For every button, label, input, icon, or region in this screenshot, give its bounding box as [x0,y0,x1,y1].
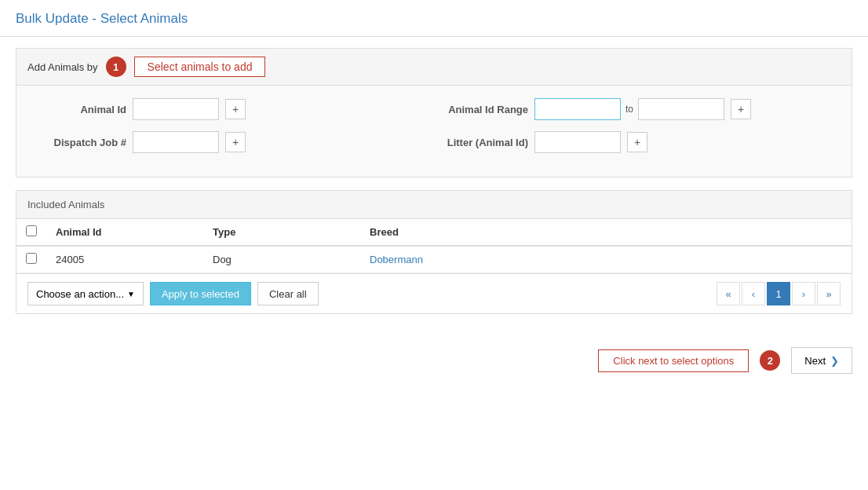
page-wrapper: Bulk Update - Select Animals Add Animals… [0,0,868,490]
animal-id-input[interactable] [133,98,219,120]
add-animals-panel: Add Animals by 1 Select animals to add A… [16,48,852,177]
litter-group: Litter (Animal Id) + [434,131,836,153]
litter-input[interactable] [534,131,621,153]
row-animal-id: 24005 [46,246,203,273]
dispatch-job-add-button[interactable]: + [225,132,246,152]
main-content: Add Animals by 1 Select animals to add A… [0,37,868,338]
animal-id-range-add-button[interactable]: + [731,99,751,119]
dispatch-job-label: Dispatch Job # [32,137,126,148]
range-to-label: to [625,104,633,115]
range-group: to [534,98,724,120]
select-all-checkbox[interactable] [26,225,37,236]
add-animals-by-label: Add Animals by [27,61,98,73]
col-header-check [16,219,46,246]
row-checkbox[interactable] [26,253,37,264]
clear-all-button[interactable]: Clear all [257,282,319,305]
pagination-prev-button[interactable]: ‹ [742,282,765,305]
animal-id-range-label: Animal Id Range [434,104,528,115]
animals-table: Animal Id Type Breed [16,219,852,273]
pagination-next-button[interactable]: › [792,282,815,305]
next-button[interactable]: Next ❯ [791,347,852,374]
action-bar: Choose an action... ▼ Apply to selected … [16,273,852,313]
col-header-breed: Breed [360,219,852,246]
included-animals-panel: Included Animals Animal Id Ty [16,190,852,314]
step2-circle: 2 [760,350,780,371]
animal-id-range-from-input[interactable] [534,98,621,120]
choose-action-dropdown[interactable]: Choose an action... ▼ [27,282,144,305]
row-checkbox-cell [16,246,46,273]
select-animals-box: Select animals to add [134,57,266,77]
page-title: Bulk Update - Select Animals [16,11,188,26]
dispatch-job-group: Dispatch Job # + [32,131,434,153]
col-header-type: Type [203,219,360,246]
page-header: Bulk Update - Select Animals [0,0,868,37]
pagination-page-1-button[interactable]: 1 [767,282,790,305]
pagination: « ‹ 1 › » [717,282,841,305]
animal-id-add-button[interactable]: + [225,99,246,119]
form-row-1: Animal Id + Animal Id Range to + [32,98,836,120]
row-breed: Dobermann [360,246,852,273]
pagination-first-button[interactable]: « [717,282,740,305]
animal-id-range-group: Animal Id Range to + [434,98,836,120]
click-next-box: Click next to select options [598,349,749,372]
action-left: Choose an action... ▼ Apply to selected … [27,282,319,305]
step1-circle: 1 [106,57,126,77]
animal-id-label: Animal Id [32,104,126,115]
table-header-row: Animal Id Type Breed [16,219,852,246]
row-type: Dog [203,246,360,273]
pagination-last-button[interactable]: » [817,282,841,305]
next-arrow-icon: ❯ [830,355,839,367]
footer-bar: Click next to select options 2 Next ❯ [0,338,868,383]
animal-id-group: Animal Id + [32,98,434,120]
breed-link[interactable]: Dobermann [370,254,423,265]
litter-label: Litter (Animal Id) [434,137,528,148]
animal-id-range-to-input[interactable] [638,98,724,120]
form-row-2: Dispatch Job # + Litter (Animal Id) + [32,131,836,153]
apply-to-selected-button[interactable]: Apply to selected [150,282,251,305]
included-animals-header: Included Animals [16,191,852,219]
col-header-animal-id: Animal Id [46,219,203,246]
dropdown-caret-icon: ▼ [127,290,135,298]
add-animals-body: Animal Id + Animal Id Range to + [16,86,852,177]
litter-add-button[interactable]: + [627,132,647,152]
dispatch-job-input[interactable] [133,131,219,153]
add-animals-header: Add Animals by 1 Select animals to add [16,49,852,86]
included-animals-body: Animal Id Type Breed [16,219,852,273]
table-row: 24005 Dog Dobermann [16,246,852,273]
